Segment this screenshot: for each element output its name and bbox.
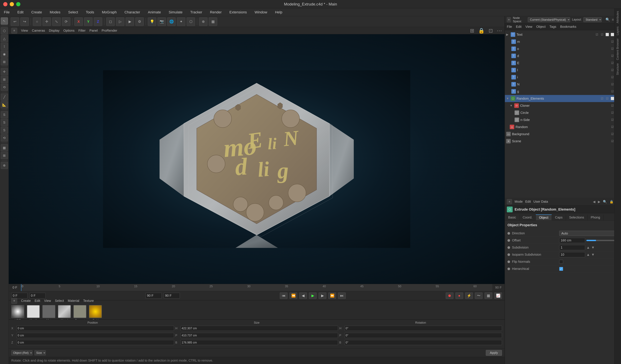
vis-sc-1[interactable]: ☑	[610, 139, 615, 143]
axis-x[interactable]: X	[74, 17, 83, 26]
edge-mode[interactable]: ⟟	[1, 43, 8, 50]
viewport-menu-btn[interactable]: ≡	[11, 28, 17, 33]
live-select[interactable]: ○	[33, 17, 41, 26]
menu-help[interactable]: Help	[274, 10, 283, 15]
menu-animate[interactable]: Animate	[147, 10, 162, 15]
attr-nav-back[interactable]: ◀	[593, 200, 595, 204]
mat-menu-material[interactable]: Material	[68, 299, 79, 303]
viewport-expand-icon[interactable]: ⊞	[470, 28, 474, 34]
pos-y-input[interactable]	[17, 333, 174, 338]
attr-hierarchical-checkbox[interactable]: ✓	[559, 267, 563, 271]
attr-search[interactable]: 🔍	[603, 200, 607, 204]
sculpt-tool[interactable]: ⟲	[1, 134, 8, 142]
sculpt-s3[interactable]: S	[1, 127, 8, 134]
scale-btn[interactable]: ⤡	[52, 17, 61, 26]
vis-N-1[interactable]: ☑	[610, 82, 615, 86]
obj-menu-edit[interactable]: Edit	[516, 25, 521, 29]
vis-i-1[interactable]: ☑	[610, 75, 615, 79]
vis-icon-2[interactable]: ☑	[600, 32, 604, 37]
grid-tool[interactable]: ⊞	[1, 152, 8, 159]
vert-tab-structure[interactable]: Structure	[615, 62, 620, 76]
attr-subdivision-up[interactable]: ▲	[586, 245, 590, 250]
vis-cl-1[interactable]: ☑	[610, 104, 615, 108]
attr-menu-btn[interactable]: ≡	[507, 199, 512, 204]
axis-z[interactable]: Z	[94, 17, 102, 26]
menu-select[interactable]: Select	[67, 10, 79, 15]
attr-isoparm-down[interactable]: ▼	[591, 253, 595, 257]
attr-direction-dropdown[interactable]: Auto	[559, 231, 619, 236]
sculpt-s1[interactable]: S	[1, 111, 8, 118]
tree-item-background[interactable]: ▭ Background ☑☑	[505, 130, 621, 138]
menu-mograph[interactable]: MoGraph	[101, 10, 118, 15]
mat-menu-texture[interactable]: Texture	[83, 299, 94, 303]
fps-input[interactable]	[164, 293, 180, 299]
attr-offset-input[interactable]	[559, 238, 585, 243]
attr-subdivision-input[interactable]	[559, 245, 585, 250]
layer-manager[interactable]: ▦	[209, 17, 217, 26]
viewport-menu-icon[interactable]: ⋯	[497, 28, 502, 34]
vis-E-1[interactable]: ☑	[610, 61, 615, 65]
camera-tool[interactable]: 📷	[157, 17, 166, 26]
node-space-dropdown[interactable]: Current (Standard/Physical)	[528, 17, 570, 22]
attr-tab-phong[interactable]: Phong	[587, 214, 604, 220]
vis-re-1[interactable]: ☑	[600, 96, 604, 101]
obj-menu-bookmarks[interactable]: Bookmarks	[560, 25, 576, 29]
menu-modes[interactable]: Modes	[48, 10, 62, 15]
menu-tracker[interactable]: Tracker	[189, 10, 204, 15]
layer-tool[interactable]: ▦	[1, 144, 8, 151]
tree-item-d[interactable]: T d ☑☑	[505, 52, 621, 59]
render-region[interactable]: ▷	[116, 17, 124, 26]
tree-item-E[interactable]: T E ☑☑	[505, 59, 621, 66]
rotate-tool[interactable]: ⟲	[1, 84, 8, 91]
tree-item-i[interactable]: T i ☑☑	[505, 74, 621, 81]
tree-item-scene[interactable]: ☀ Scene ☑☑	[505, 138, 621, 145]
vis-icon-1[interactable]: ☑	[595, 32, 599, 37]
vis-ra-1[interactable]: ☑	[610, 125, 615, 129]
start-frame-input[interactable]	[29, 293, 46, 299]
size-h-input[interactable]	[180, 326, 338, 331]
vis-re-3[interactable]: ⬜	[610, 96, 615, 101]
tree-item-text[interactable]: ▶ T Text ☑ ☑ ⬜ ⬜ ⬜	[505, 31, 621, 38]
undo-btn[interactable]: ↩	[11, 17, 19, 26]
uv-mode[interactable]: ⊞	[1, 58, 8, 65]
vis-m-1[interactable]: ☑	[610, 40, 615, 44]
viewport-menu-display[interactable]: Display	[49, 29, 60, 32]
fx-tool[interactable]: ✦	[177, 17, 185, 26]
viewport-restore-icon[interactable]: ⊡	[489, 28, 493, 34]
vis-bg-1[interactable]: ☑	[610, 132, 615, 136]
viewport-menu-cameras[interactable]: Cameras	[32, 29, 45, 32]
attr-offset-slider[interactable]	[586, 240, 619, 241]
vis-icon-4[interactable]: ⬜	[610, 32, 615, 37]
tree-item-nside[interactable]: ⬡ n-Side ☑☑	[505, 116, 621, 123]
attr-tab-coord[interactable]: Coord.	[519, 214, 536, 220]
axis-y[interactable]: Y	[84, 17, 92, 26]
menu-simulate[interactable]: Simulate	[167, 10, 184, 15]
render-settings[interactable]: ⚙	[135, 17, 144, 26]
timeline-ruler[interactable]: 0 5 10 15 20 25 30 35 40 45 50 55 60	[21, 284, 492, 291]
mat-menu-create[interactable]: Create	[21, 299, 31, 303]
tree-item-m[interactable]: T m ☑☑	[505, 38, 621, 45]
minimize-button[interactable]	[10, 2, 14, 6]
vert-tab-attributes[interactable]: Attributes	[615, 10, 620, 25]
light-tool[interactable]: 💡	[148, 17, 156, 26]
attr-lock[interactable]: 🔒	[609, 200, 614, 204]
rotate-btn[interactable]: ⟳	[62, 17, 70, 26]
menu-extensions[interactable]: Extensions	[228, 10, 248, 15]
viewport[interactable]: mo E li N d li g	[9, 34, 505, 284]
vis-g-1[interactable]: ☑	[610, 89, 615, 94]
rot-p-input[interactable]	[345, 333, 502, 338]
redo-btn[interactable]: ↪	[20, 17, 29, 26]
tree-item-l[interactable]: T l ☑☑	[505, 66, 621, 74]
fullscreen-button[interactable]	[16, 2, 20, 6]
viewport-menu-options[interactable]: Options	[63, 29, 75, 32]
move-tool[interactable]: ✛	[1, 68, 8, 75]
attr-user-data[interactable]: User Data	[534, 200, 548, 204]
panel-filter-icon[interactable]: ≡	[612, 18, 614, 22]
obj-menu-file[interactable]: File	[507, 25, 512, 29]
point-mode[interactable]: ◉	[1, 50, 8, 58]
vis-d-1[interactable]: ☑	[610, 54, 615, 58]
attr-isoparm-input[interactable]	[559, 252, 585, 257]
vert-tab-content-browser[interactable]: Content Browser	[615, 37, 620, 61]
rot-b-input[interactable]	[345, 340, 502, 345]
tree-item-g[interactable]: T g ☑☑	[505, 88, 621, 95]
